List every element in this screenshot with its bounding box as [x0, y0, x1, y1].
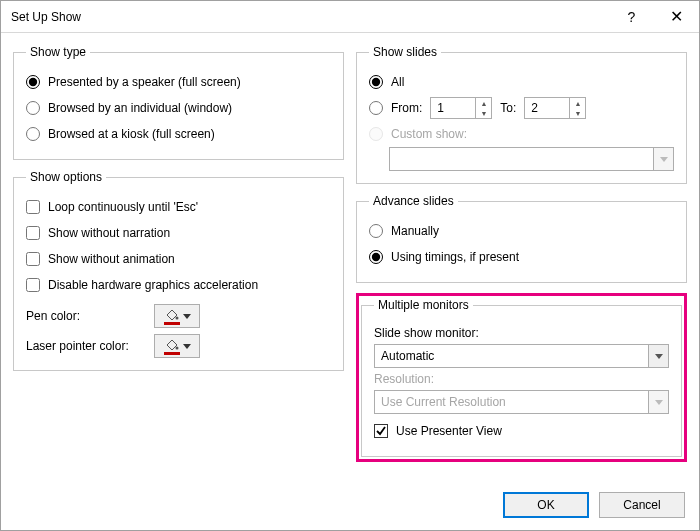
custom-show-combo: [389, 147, 674, 171]
show-type-presenter[interactable]: Presented by a speaker (full screen): [26, 69, 331, 95]
slides-all[interactable]: All: [369, 69, 674, 95]
slides-custom: Custom show:: [369, 121, 674, 147]
checkbox-loop[interactable]: [26, 200, 40, 214]
to-label: To:: [500, 101, 516, 115]
checkbox-no-narration-label: Show without narration: [48, 226, 170, 240]
radio-kiosk-label: Browsed at a kiosk (full screen): [48, 127, 215, 141]
pen-color-label: Pen color:: [26, 309, 146, 323]
radio-timings-label: Using timings, if present: [391, 250, 519, 264]
show-type-kiosk[interactable]: Browsed at a kiosk (full screen): [26, 121, 331, 147]
monitor-label: Slide show monitor:: [374, 326, 669, 340]
combo-arrow: [653, 148, 673, 170]
pen-color-button[interactable]: [154, 304, 200, 328]
checkbox-no-hwaccel[interactable]: [26, 278, 40, 292]
dialog-buttons: OK Cancel: [503, 492, 685, 518]
radio-kiosk[interactable]: [26, 127, 40, 141]
multiple-monitors-group: Multiple monitors Slide show monitor: Au…: [361, 298, 682, 457]
resolution-value: Use Current Resolution: [375, 395, 648, 409]
monitor-combo[interactable]: Automatic: [374, 344, 669, 368]
radio-custom-label: Custom show:: [391, 127, 467, 141]
cancel-button[interactable]: Cancel: [599, 492, 685, 518]
pen-color-swatch: [164, 322, 180, 325]
opt-no-narration[interactable]: Show without narration: [26, 220, 331, 246]
checkbox-presenter-label: Use Presenter View: [396, 424, 502, 438]
show-slides-legend: Show slides: [369, 45, 441, 59]
show-type-legend: Show type: [26, 45, 90, 59]
svg-point-1: [175, 347, 178, 350]
dialog-body: Show type Presented by a speaker (full s…: [1, 33, 699, 462]
from-value[interactable]: 1: [431, 101, 475, 115]
left-column: Show type Presented by a speaker (full s…: [13, 45, 344, 462]
spinner-arrows[interactable]: ▲▼: [569, 98, 585, 118]
chevron-down-icon: [183, 314, 191, 319]
chevron-down-icon: [183, 344, 191, 349]
checkbox-no-animation[interactable]: [26, 252, 40, 266]
paint-bucket-icon: [164, 309, 180, 323]
slides-from-row: From: 1 ▲▼ To: 2 ▲▼: [369, 95, 674, 121]
radio-individual[interactable]: [26, 101, 40, 115]
checkbox-no-narration[interactable]: [26, 226, 40, 240]
radio-presenter[interactable]: [26, 75, 40, 89]
radio-individual-label: Browsed by an individual (window): [48, 101, 232, 115]
close-button[interactable]: ✕: [654, 1, 699, 33]
checkbox-no-animation-label: Show without animation: [48, 252, 175, 266]
laser-color-button[interactable]: [154, 334, 200, 358]
paint-bucket-icon: [164, 339, 180, 353]
combo-arrow[interactable]: [648, 345, 668, 367]
show-type-individual[interactable]: Browsed by an individual (window): [26, 95, 331, 121]
chevron-down-icon: [660, 157, 668, 162]
to-spinner[interactable]: 2 ▲▼: [524, 97, 586, 119]
opt-loop[interactable]: Loop continuously until 'Esc': [26, 194, 331, 220]
advance-manually[interactable]: Manually: [369, 218, 674, 244]
radio-manually-label: Manually: [391, 224, 439, 238]
pen-color-row: Pen color:: [26, 304, 331, 328]
laser-color-swatch: [164, 352, 180, 355]
show-options-group: Show options Loop continuously until 'Es…: [13, 170, 344, 371]
chevron-down-icon: [655, 354, 663, 359]
dialog-title: Set Up Show: [11, 10, 609, 24]
highlight-box: Multiple monitors Slide show monitor: Au…: [356, 293, 687, 462]
spinner-arrows[interactable]: ▲▼: [475, 98, 491, 118]
resolution-combo: Use Current Resolution: [374, 390, 669, 414]
to-value[interactable]: 2: [525, 101, 569, 115]
chevron-down-icon: [655, 400, 663, 405]
radio-all[interactable]: [369, 75, 383, 89]
show-options-legend: Show options: [26, 170, 106, 184]
laser-color-label: Laser pointer color:: [26, 339, 146, 353]
show-slides-group: Show slides All From: 1 ▲▼ To: 2 ▲▼: [356, 45, 687, 184]
checkbox-presenter[interactable]: [374, 424, 388, 438]
right-column: Show slides All From: 1 ▲▼ To: 2 ▲▼: [356, 45, 687, 462]
resolution-label: Resolution:: [374, 372, 669, 386]
radio-from-label: From:: [391, 101, 422, 115]
svg-point-0: [175, 317, 178, 320]
radio-presenter-label: Presented by a speaker (full screen): [48, 75, 241, 89]
titlebar: Set Up Show ? ✕: [1, 1, 699, 33]
from-spinner[interactable]: 1 ▲▼: [430, 97, 492, 119]
radio-manually[interactable]: [369, 224, 383, 238]
advance-timings[interactable]: Using timings, if present: [369, 244, 674, 270]
combo-arrow: [648, 391, 668, 413]
opt-no-hwaccel[interactable]: Disable hardware graphics acceleration: [26, 272, 331, 298]
checkbox-no-hwaccel-label: Disable hardware graphics acceleration: [48, 278, 258, 292]
advance-slides-group: Advance slides Manually Using timings, i…: [356, 194, 687, 283]
opt-no-animation[interactable]: Show without animation: [26, 246, 331, 272]
radio-all-label: All: [391, 75, 404, 89]
radio-custom: [369, 127, 383, 141]
laser-color-row: Laser pointer color:: [26, 334, 331, 358]
dialog-window: Set Up Show ? ✕ Show type Presented by a…: [0, 0, 700, 531]
checkbox-loop-label: Loop continuously until 'Esc': [48, 200, 198, 214]
multiple-monitors-legend: Multiple monitors: [374, 298, 473, 312]
ok-button[interactable]: OK: [503, 492, 589, 518]
radio-timings[interactable]: [369, 250, 383, 264]
monitor-value: Automatic: [375, 349, 648, 363]
advance-slides-legend: Advance slides: [369, 194, 458, 208]
help-button[interactable]: ?: [609, 1, 654, 33]
radio-from[interactable]: [369, 101, 383, 115]
show-type-group: Show type Presented by a speaker (full s…: [13, 45, 344, 160]
presenter-view[interactable]: Use Presenter View: [374, 418, 669, 444]
